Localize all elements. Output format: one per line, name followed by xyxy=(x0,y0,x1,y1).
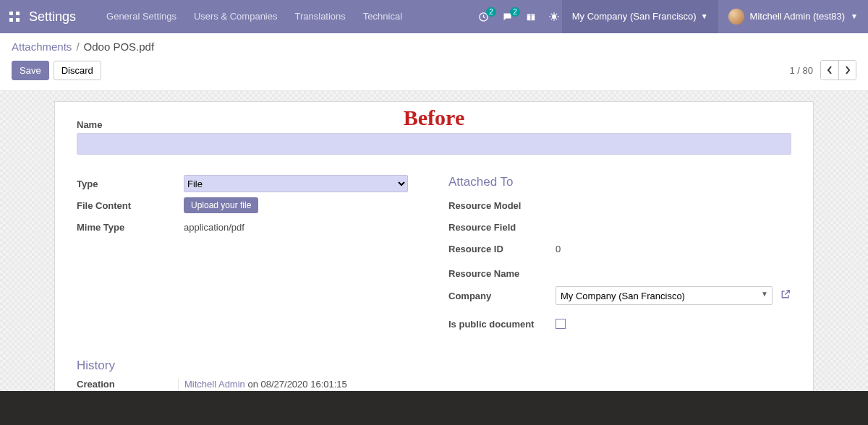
creation-user-link[interactable]: Mitchell Admin xyxy=(184,379,245,390)
company-selector[interactable]: My Company (San Francisco) ▼ xyxy=(562,0,718,33)
nav-general-settings[interactable]: General Settings xyxy=(98,0,185,33)
nav-menu: General Settings Users & Companies Trans… xyxy=(98,0,411,33)
svg-rect-7 xyxy=(530,14,531,21)
nav-technical[interactable]: Technical xyxy=(354,0,411,33)
nav-users-companies[interactable]: Users & Companies xyxy=(185,0,286,33)
apps-icon[interactable] xyxy=(0,0,29,33)
resource-model-label: Resource Model xyxy=(448,200,556,211)
resource-id-label: Resource ID xyxy=(448,244,556,254)
history-title: History xyxy=(77,359,791,373)
chevron-left-icon xyxy=(827,66,833,74)
save-button[interactable]: Save xyxy=(12,61,49,80)
type-label: Type xyxy=(77,179,184,189)
caret-down-icon: ▼ xyxy=(851,0,858,33)
messages-badge: 2 xyxy=(510,7,520,17)
control-panel: Attachments / Odoo POS.pdf Save Discard … xyxy=(0,33,868,91)
company-input[interactable] xyxy=(556,286,773,305)
pager-text: 1 / 80 xyxy=(789,65,813,76)
bottom-bar xyxy=(0,391,868,425)
chevron-right-icon xyxy=(845,66,851,74)
resource-id-value: 0 xyxy=(556,244,561,254)
creation-row: Creation Mitchell Admin on 08/27/2020 16… xyxy=(77,379,791,390)
topnav: Settings General Settings Users & Compan… xyxy=(0,0,868,33)
mime-type-value: application/pdf xyxy=(184,222,244,233)
pager-next[interactable] xyxy=(838,61,856,80)
name-field-block: Name xyxy=(77,119,791,155)
module-title[interactable]: Settings xyxy=(29,9,98,25)
right-col: Attached To Resource Model Resource Fiel… xyxy=(448,175,791,337)
mime-type-label: Mime Type xyxy=(77,222,184,233)
external-link-icon[interactable] xyxy=(780,288,791,303)
svg-rect-1 xyxy=(16,12,20,15)
creation-label: Creation xyxy=(77,379,184,390)
user-name: Mitchell Admin (test83) xyxy=(750,0,846,33)
right-tray: 2 2 xyxy=(478,12,562,22)
messages-icon[interactable]: 2 xyxy=(502,12,513,22)
tray-icon-gift[interactable] xyxy=(526,12,536,22)
upload-file-button[interactable]: Upload your file xyxy=(184,197,258,213)
avatar xyxy=(728,9,744,25)
name-label: Name xyxy=(77,119,791,130)
form-sheet: Name Type File File Content Upload your … xyxy=(54,101,814,425)
file-content-label: File Content xyxy=(77,200,184,211)
is-public-label: Is public document xyxy=(448,319,556,330)
attached-to-title: Attached To xyxy=(448,175,791,189)
resource-name-label: Resource Name xyxy=(448,268,556,279)
breadcrumb-current: Odoo POS.pdf xyxy=(84,40,155,53)
breadcrumb: Attachments / Odoo POS.pdf xyxy=(12,40,856,53)
nav-translations[interactable]: Translations xyxy=(286,0,354,33)
left-col: Type File File Content Upload your file … xyxy=(77,175,420,337)
user-menu[interactable]: Mitchell Admin (test83) ▼ xyxy=(718,0,868,33)
name-input[interactable] xyxy=(77,133,791,155)
resource-field-label: Resource Field xyxy=(448,222,556,233)
work-area: Before Name Type File File Content Uploa… xyxy=(0,91,868,395)
discard-button[interactable]: Discard xyxy=(54,61,101,80)
type-select[interactable]: File xyxy=(184,175,408,192)
svg-rect-2 xyxy=(9,18,13,22)
caret-down-icon: ▼ xyxy=(701,0,708,33)
pager: 1 / 80 xyxy=(789,60,856,80)
svg-rect-3 xyxy=(16,18,20,22)
actions-row: Save Discard 1 / 80 xyxy=(12,60,856,80)
breadcrumb-sep: / xyxy=(76,40,79,53)
breadcrumb-root[interactable]: Attachments xyxy=(12,40,72,53)
creation-datetime: on 08/27/2020 16:01:15 xyxy=(245,379,347,390)
pager-prev[interactable] xyxy=(821,61,838,80)
activities-badge: 2 xyxy=(486,7,496,17)
company-label: Company xyxy=(448,291,556,301)
tray-icon-bug[interactable] xyxy=(549,12,559,22)
is-public-checkbox[interactable] xyxy=(556,319,566,329)
svg-point-8 xyxy=(552,14,556,19)
company-name: My Company (San Francisco) xyxy=(572,0,697,33)
svg-rect-0 xyxy=(9,12,13,15)
activities-icon[interactable]: 2 xyxy=(478,12,489,22)
